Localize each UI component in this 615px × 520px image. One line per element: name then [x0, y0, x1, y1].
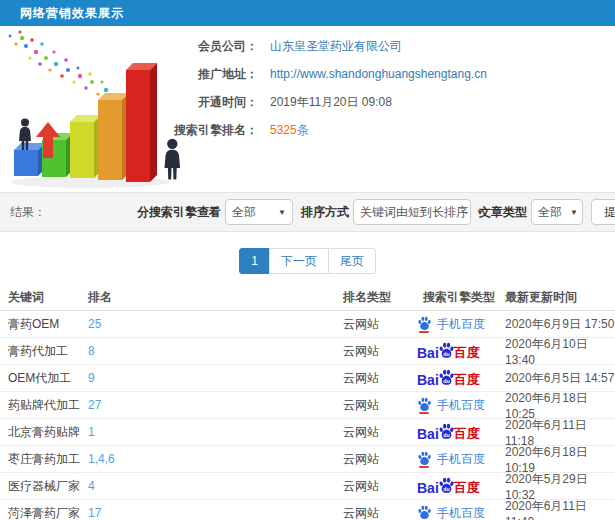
red-underline — [419, 331, 429, 333]
mobile-baidu-label: 手机百度 — [437, 397, 485, 414]
rank-link[interactable]: 4 — [88, 479, 95, 493]
baidu-paw-icon — [417, 451, 432, 468]
keyword-cell: 药贴牌代加工 — [0, 397, 88, 414]
rank-type-cell: 云网站 — [343, 316, 405, 333]
engine-type-cell: Bai du 百度 — [405, 369, 505, 387]
keyword-cell: 膏药代加工 — [0, 343, 88, 360]
table-row: 枣庄膏药加工 1,4,6 云网站 手机百度 2020年6月18日 — [0, 446, 615, 473]
red-underline — [419, 466, 429, 468]
member-company-link[interactable]: 山东皇圣堂药业有限公司 — [270, 38, 402, 55]
svg-text:du: du — [443, 432, 449, 438]
table-row: 膏药代加工 8 云网站 Bai du 百度 2020年6月10日 13:40 — [0, 338, 615, 365]
engine-type-cell: 手机百度 — [405, 397, 505, 414]
growth-bar-chart-illustration — [2, 30, 187, 190]
mobile-baidu-logo: 手机百度 — [417, 451, 485, 468]
filter-bar: 结果： 分搜索引擎查看 全部 ▼ 排序方式 关键词由短到长排序 ▼ 文章类型 全… — [0, 192, 615, 232]
results-table: 关键词 排名 排名类型 搜索引擎类型 最新更新时间 膏药OEM 25 云网站 — [0, 284, 615, 520]
baidu-wordmark-cn: 百度 — [454, 427, 480, 441]
bar-yellow — [70, 115, 101, 178]
baidu-wordmark-cn: 百度 — [454, 481, 480, 495]
last-page-button[interactable]: 尾页 — [328, 248, 376, 274]
baidu-wordmark-bai: Bai — [417, 373, 439, 387]
mobile-baidu-logo: 手机百度 — [417, 505, 485, 520]
rank-link[interactable]: 8 — [88, 344, 95, 358]
article-type-label: 文章类型 — [479, 204, 527, 221]
rank-type-cell: 云网站 — [343, 424, 405, 441]
keyword-cell: 枣庄膏药加工 — [0, 451, 88, 468]
table-row: 药贴牌代加工 27 云网站 手机百度 2020年6月18日 10: — [0, 392, 615, 419]
baidu-wordmark-bai: Bai — [417, 481, 439, 495]
baidu-paw-icon: du — [438, 342, 455, 359]
sort-value: 关键词由短到长排序 — [360, 204, 468, 221]
engine-type-cell: 手机百度 — [405, 505, 505, 520]
title-bar: 网络营销效果展示 — [0, 0, 615, 26]
mobile-baidu-logo: 手机百度 — [417, 316, 485, 333]
rank-link[interactable]: 1,4,6 — [88, 452, 115, 466]
promo-url-link[interactable]: http://www.shandonghuangshengtang.cn — [270, 67, 487, 81]
mobile-baidu-label: 手机百度 — [437, 505, 485, 520]
rank-link[interactable]: 27 — [88, 398, 101, 412]
businessman-right — [165, 139, 181, 180]
sort-select[interactable]: 关键词由短到长排序 ▼ — [353, 199, 471, 225]
rank-link[interactable]: 25 — [88, 317, 101, 331]
account-info-section: 会员公司： 山东皇圣堂药业有限公司 推广地址： http://www.shand… — [0, 26, 615, 192]
col-engine-type: 搜索引擎类型 — [405, 289, 505, 306]
open-time-value: 2019年11月20日 09:08 — [270, 94, 392, 111]
table-row: 菏泽膏药厂家 17 云网站 手机百度 2020年6月11日 11: — [0, 500, 615, 520]
engine-filter-select[interactable]: 全部 ▼ — [225, 199, 293, 225]
account-fields: 会员公司： 山东皇圣堂药业有限公司 推广地址： http://www.shand… — [162, 26, 615, 140]
confetti-dots — [9, 30, 116, 99]
pc-baidu-logo: Bai du 百度 — [417, 477, 480, 495]
baidu-paw-icon: du — [438, 477, 455, 494]
engine-type-cell: Bai du 百度 — [405, 477, 505, 495]
col-keyword: 关键词 — [0, 289, 88, 306]
engine-type-cell: Bai du 百度 — [405, 342, 505, 360]
rank-link[interactable]: 1 — [88, 425, 95, 439]
open-time-field: 开通时间： 2019年11月20日 09:08 — [162, 92, 615, 112]
svg-text:du: du — [443, 378, 449, 384]
baidu-wordmark-bai: Bai — [417, 427, 439, 441]
article-type-select[interactable]: 全部 ▼ — [531, 199, 583, 225]
baidu-paw-icon: du — [438, 369, 455, 386]
updated-cell: 2020年6月5日 14:57 — [505, 370, 615, 387]
keyword-cell: 北京膏药贴牌 — [0, 424, 88, 441]
result-label: 结果： — [10, 204, 46, 221]
engine-rank-field: 搜索引擎排名： 5325条 — [162, 120, 615, 140]
bar-blue — [14, 143, 45, 176]
bar-orange — [98, 93, 129, 180]
table-row: 膏药OEM 25 云网站 手机百度 2020年6月9日 17:50 — [0, 311, 615, 338]
col-updated: 最新更新时间 — [505, 289, 615, 306]
baidu-paw-icon: du — [438, 423, 455, 440]
keyword-cell: 医疗器械厂家 — [0, 478, 88, 495]
baidu-paw-icon — [417, 397, 432, 414]
keyword-cell: OEM代加工 — [0, 370, 88, 387]
rank-link[interactable]: 9 — [88, 371, 95, 385]
engine-filter-label: 分搜索引擎查看 — [137, 204, 221, 221]
rank-link[interactable]: 17 — [88, 506, 101, 520]
rank-type-cell: 云网站 — [343, 478, 405, 495]
updated-cell: 2020年6月9日 17:50 — [505, 316, 615, 333]
pc-baidu-logo: Bai du 百度 — [417, 342, 480, 360]
baidu-wordmark-cn: 百度 — [454, 373, 480, 387]
table-row: 北京膏药贴牌 1 云网站 Bai du 百度 2020年6月11日 11:18 — [0, 419, 615, 446]
rank-count-unit: 条 — [297, 123, 309, 137]
pagination: 1 下一页 尾页 — [0, 248, 615, 274]
next-page-button[interactable]: 下一页 — [269, 248, 329, 274]
table-header-row: 关键词 排名 排名类型 搜索引擎类型 最新更新时间 — [0, 284, 615, 311]
rank-type-cell: 云网站 — [343, 397, 405, 414]
updated-cell: 2020年6月11日 11:40 — [505, 498, 615, 520]
rank-type-cell: 云网站 — [343, 451, 405, 468]
member-company-field: 会员公司： 山东皇圣堂药业有限公司 — [162, 36, 615, 56]
submit-button[interactable]: 提交 — [591, 199, 615, 225]
chevron-down-icon: ▼ — [570, 208, 578, 217]
chevron-down-icon: ▼ — [278, 208, 286, 217]
rank-count: 5325 — [270, 123, 297, 137]
rank-type-cell: 云网站 — [343, 370, 405, 387]
svg-text:du: du — [443, 486, 449, 492]
table-row: 医疗器械厂家 4 云网站 Bai du 百度 2020年5月29日 10:32 — [0, 473, 615, 500]
baidu-paw-icon — [417, 505, 432, 520]
table-body: 膏药OEM 25 云网站 手机百度 2020年6月9日 17:50 — [0, 311, 615, 520]
red-underline — [419, 412, 429, 414]
rank-type-cell: 云网站 — [343, 505, 405, 520]
page-1-button[interactable]: 1 — [239, 248, 270, 274]
